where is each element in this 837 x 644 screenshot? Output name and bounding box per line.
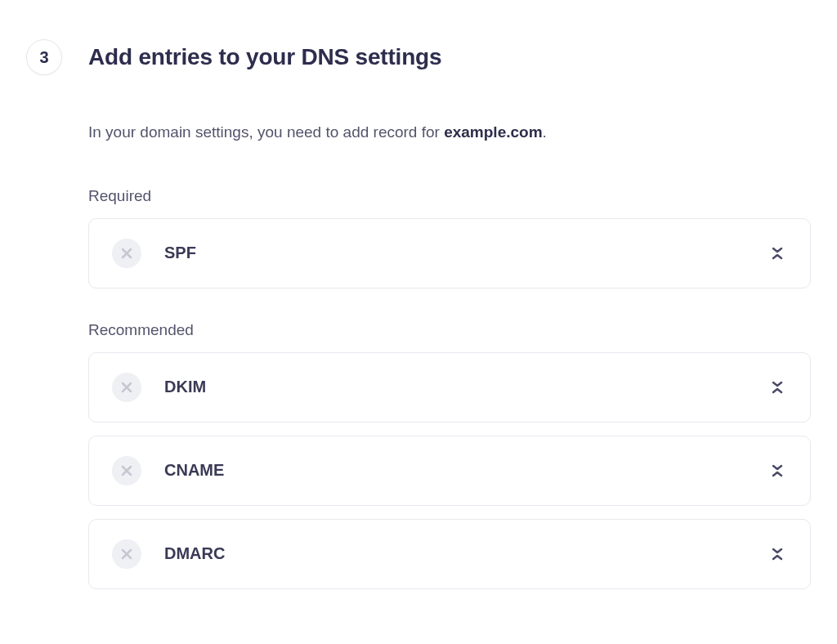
status-unverified-icon [112, 239, 141, 268]
expand-collapse-icon[interactable] [768, 544, 787, 564]
record-left: CNAME [112, 456, 224, 485]
status-unverified-icon [112, 539, 141, 569]
expand-collapse-icon[interactable] [768, 378, 787, 397]
content-area: In your domain settings, you need to add… [26, 121, 811, 589]
step-header: 3 Add entries to your DNS settings [26, 39, 811, 75]
record-name: DKIM [164, 378, 206, 396]
intro-text: In your domain settings, you need to add… [88, 121, 811, 145]
step-number: 3 [39, 48, 48, 67]
intro-prefix: In your domain settings, you need to add… [88, 123, 444, 141]
status-unverified-icon [112, 456, 141, 485]
record-name: SPF [164, 244, 196, 262]
record-card-dmarc[interactable]: DMARC [88, 519, 811, 589]
record-left: DMARC [112, 539, 225, 569]
intro-domain: example.com [444, 123, 542, 141]
page-title: Add entries to your DNS settings [88, 44, 441, 70]
intro-suffix: . [543, 123, 547, 141]
step-number-badge: 3 [26, 39, 62, 75]
record-card-dkim[interactable]: DKIM [88, 352, 811, 423]
record-name: DMARC [164, 544, 225, 563]
section-recommended: Recommended DKIM CNAME [88, 321, 811, 589]
section-recommended-label: Recommended [88, 321, 811, 339]
record-left: DKIM [112, 373, 206, 402]
expand-collapse-icon[interactable] [768, 244, 787, 263]
status-unverified-icon [112, 373, 141, 402]
section-required: Required SPF [88, 187, 811, 288]
expand-collapse-icon[interactable] [768, 461, 787, 481]
record-card-spf[interactable]: SPF [88, 218, 811, 288]
section-required-label: Required [88, 187, 811, 205]
record-card-cname[interactable]: CNAME [88, 436, 811, 506]
record-name: CNAME [164, 461, 224, 480]
record-left: SPF [112, 239, 196, 268]
